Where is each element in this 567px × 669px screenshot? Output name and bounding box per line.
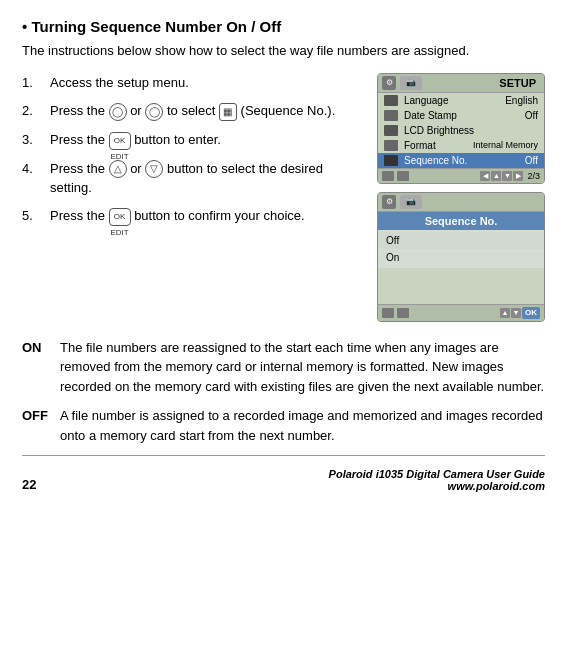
step-5-text: Press the OKEDIT button to confirm your … — [50, 206, 363, 227]
footer-nav: ◀ ▲ ▼ ▶ 2/3 — [480, 171, 540, 181]
seq-menu-icon — [397, 308, 409, 318]
gear-icon2: ⚙ — [382, 195, 396, 209]
lang-icon — [384, 95, 398, 106]
date-value: Off — [525, 110, 538, 121]
seq-home-icon — [382, 308, 394, 318]
camera-thumb: 📷 — [400, 76, 422, 90]
ok-edit-icon: OKEDIT — [109, 132, 131, 150]
page-footer: 22 Polaroid i1035 Digital Camera User Gu… — [22, 455, 545, 492]
step-3-text: Press the OKEDIT button to enter. — [50, 130, 363, 151]
step-3-num: 3. — [22, 130, 44, 151]
def-on-term: ON — [22, 338, 50, 358]
cam-thumb2: 📷 — [400, 195, 422, 209]
menu-language: Language English — [378, 93, 544, 108]
home-icon — [382, 171, 394, 181]
date-icon — [384, 110, 398, 121]
menu-date-stamp: Date Stamp Off — [378, 108, 544, 123]
seq-option-off: Off — [378, 232, 544, 249]
step-4: 4. Press the △ or ▽ button to select the… — [22, 159, 363, 198]
fmt-icon — [384, 140, 398, 151]
def-on-desc: The file numbers are reassigned to the s… — [60, 338, 545, 397]
date-label: Date Stamp — [404, 110, 519, 121]
setup-title: SETUP — [426, 77, 540, 89]
footer-url: www.polaroid.com — [329, 480, 545, 492]
seq-option-on: On — [378, 249, 544, 266]
seq-screen: ⚙ 📷 Sequence No. Off On ▲ ▼ OK — [377, 192, 545, 322]
step-1: 1. Access the setup menu. — [22, 73, 363, 94]
down-icon: ▽ — [145, 160, 163, 178]
seq-down-arrow: ▼ — [511, 308, 521, 318]
step-5-num: 5. — [22, 206, 44, 227]
def-on: ON The file numbers are reassigned to th… — [22, 338, 545, 397]
page-number: 22 — [22, 477, 36, 492]
step-4-text: Press the △ or ▽ button to select the de… — [50, 159, 363, 198]
camera-screens: ⚙ 📷 SETUP Language English Date Stamp Of… — [377, 73, 545, 322]
lcd-icon — [384, 125, 398, 136]
lcd-label: LCD Brightness — [404, 125, 532, 136]
up-icon: △ — [109, 160, 127, 178]
page-indicator: 2/3 — [527, 171, 540, 181]
step-5: 5. Press the OKEDIT button to confirm yo… — [22, 206, 363, 227]
left-arrow: ◀ — [480, 171, 490, 181]
section-title: • Turning Sequence Number On / Off — [22, 18, 545, 35]
def-off-desc: A file number is assigned to a recorded … — [60, 406, 545, 445]
fmt-value: Internal Memory — [473, 140, 538, 150]
dial-icon: ◯ — [145, 103, 163, 121]
seq-options: Off On — [378, 230, 544, 268]
step-2-text: Press the ◯ or ◯ to select ▦ (Sequence N… — [50, 101, 363, 122]
seq-blank-area — [378, 268, 544, 304]
step-3: 3. Press the OKEDIT button to enter. — [22, 130, 363, 151]
fmt-label: Format — [404, 140, 467, 151]
step-2-num: 2. — [22, 101, 44, 122]
menu-seq: Sequence No. Off — [378, 153, 544, 168]
ok-edit-icon2: OKEDIT — [109, 208, 131, 226]
menu-format: Format Internal Memory — [378, 138, 544, 153]
step-1-text: Access the setup menu. — [50, 73, 363, 94]
seq-screen-header: ⚙ 📷 — [378, 193, 544, 212]
up-arrow: ▲ — [491, 171, 501, 181]
lang-value: English — [505, 95, 538, 106]
def-off-term: OFF — [22, 406, 50, 426]
instructions-list: 1. Access the setup menu. 2. Press the ◯… — [22, 73, 363, 322]
seq-value: Off — [525, 155, 538, 166]
seq-footer: ▲ ▼ OK — [378, 304, 544, 321]
step-1-num: 1. — [22, 73, 44, 94]
seq-menu-icon — [384, 155, 398, 166]
right-arrow: ▶ — [513, 171, 523, 181]
seq-screen-title: Sequence No. — [378, 212, 544, 230]
setup-screen: ⚙ 📷 SETUP Language English Date Stamp Of… — [377, 73, 545, 184]
seq-up-arrow: ▲ — [500, 308, 510, 318]
step-4-num: 4. — [22, 159, 44, 198]
seq-ok-btn: OK — [522, 307, 540, 319]
section-intro: The instructions below show how to selec… — [22, 41, 545, 61]
setup-footer: ◀ ▲ ▼ ▶ 2/3 — [378, 168, 544, 183]
def-off: OFF A file number is assigned to a recor… — [22, 406, 545, 445]
seq-nav: ▲ ▼ OK — [500, 307, 540, 319]
step-2: 2. Press the ◯ or ◯ to select ▦ (Sequenc… — [22, 101, 363, 122]
menu-icon-foot — [397, 171, 409, 181]
down-arrow: ▼ — [502, 171, 512, 181]
lang-label: Language — [404, 95, 499, 106]
main-layout: 1. Access the setup menu. 2. Press the ◯… — [22, 73, 545, 322]
footer-title: Polaroid i1035 Digital Camera User Guide — [329, 468, 545, 480]
camera-icon: ⚙ — [382, 76, 396, 90]
seq-label: Sequence No. — [404, 155, 519, 166]
menu-lcd: LCD Brightness — [378, 123, 544, 138]
definitions-section: ON The file numbers are reassigned to th… — [22, 338, 545, 446]
seq-icon: ▦ — [219, 103, 237, 121]
footer-right: Polaroid i1035 Digital Camera User Guide… — [329, 468, 545, 492]
setup-screen-header: ⚙ 📷 SETUP — [378, 74, 544, 93]
wheel-icon: ◯ — [109, 103, 127, 121]
